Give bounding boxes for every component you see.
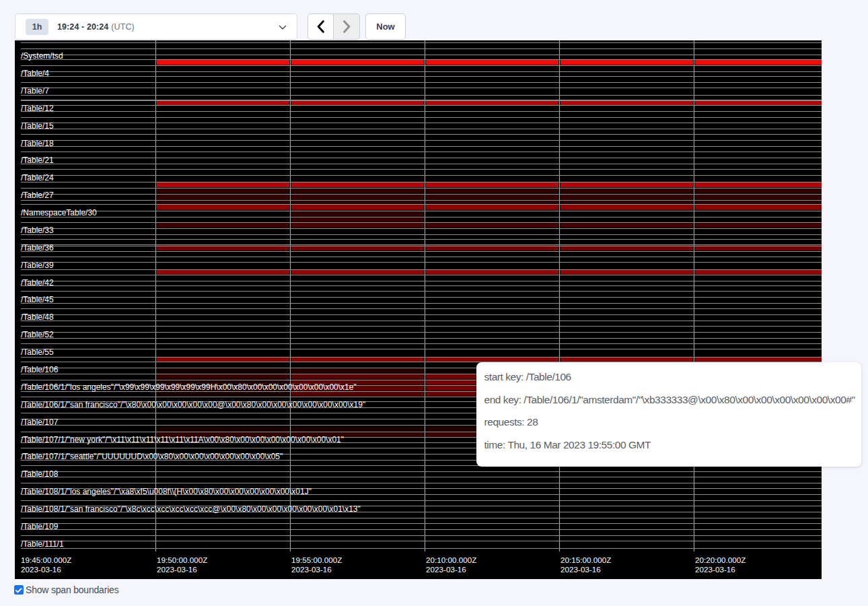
svg-text:/Table/36: /Table/36 [21, 243, 54, 252]
svg-text:/Table/106/1/"san francisco"/": /Table/106/1/"san francisco"/"\x80\x00\x… [21, 400, 365, 409]
svg-text:/Table/7: /Table/7 [21, 86, 49, 96]
svg-text:/Table/107/1/"new york"/"\x11\: /Table/107/1/"new york"/"\x11\x11\x11\x1… [21, 435, 344, 444]
svg-text:/Table/21: /Table/21 [21, 156, 54, 165]
svg-text:/NamespaceTable/30: /NamespaceTable/30 [21, 208, 97, 217]
svg-text:/Table/108: /Table/108 [21, 469, 59, 479]
svg-text:/Table/39: /Table/39 [21, 261, 54, 270]
svg-text:/Table/12: /Table/12 [21, 104, 54, 113]
svg-text:/Table/108/1/"los angeles"/"\x: /Table/108/1/"los angeles"/"\xa8\xf5\u00… [21, 487, 312, 496]
svg-text:/Table/55: /Table/55 [21, 347, 54, 357]
svg-text:/Table/106/1/"los angeles"/"\x: /Table/106/1/"los angeles"/"\x99\x99\x99… [21, 382, 357, 392]
svg-text:/Table/15: /Table/15 [21, 121, 54, 131]
svg-text:/Table/108/1/"san francisco"/": /Table/108/1/"san francisco"/"\x8c\xcc\x… [21, 504, 361, 514]
svg-text:2023-03-16: 2023-03-16 [291, 565, 332, 574]
svg-text:/Table/18: /Table/18 [21, 139, 54, 148]
svg-text:/Table/33: /Table/33 [21, 226, 54, 235]
svg-text:/Table/27: /Table/27 [21, 191, 54, 200]
svg-text:19:50:00.000Z: 19:50:00.000Z [157, 556, 207, 564]
svg-text:19:45:00.000Z: 19:45:00.000Z [21, 556, 71, 564]
svg-text:/Table/48: /Table/48 [21, 312, 54, 322]
svg-text:/System/tsd: /System/tsd [21, 51, 63, 61]
svg-text:19:55:00.000Z: 19:55:00.000Z [291, 556, 342, 564]
svg-text:20:20:00.000Z: 20:20:00.000Z [695, 556, 746, 564]
svg-text:2023-03-16: 2023-03-16 [560, 565, 601, 574]
svg-text:2023-03-16: 2023-03-16 [21, 565, 61, 574]
svg-text:/Table/109: /Table/109 [21, 522, 59, 531]
svg-text:2023-03-16: 2023-03-16 [695, 565, 735, 574]
svg-text:/Table/111/1: /Table/111/1 [21, 539, 64, 549]
svg-text:/Table/42: /Table/42 [21, 278, 54, 288]
svg-text:/Table/52: /Table/52 [21, 330, 54, 339]
svg-text:2023-03-16: 2023-03-16 [157, 565, 197, 574]
svg-text:/Table/106: /Table/106 [21, 365, 59, 374]
svg-text:/Table/4: /Table/4 [21, 69, 49, 78]
svg-text:/Table/24: /Table/24 [21, 173, 54, 182]
svg-text:2023-03-16: 2023-03-16 [426, 565, 466, 574]
svg-text:20:15:00.000Z: 20:15:00.000Z [560, 556, 611, 564]
svg-text:/Table/107: /Table/107 [21, 417, 59, 427]
svg-text:/Table/45: /Table/45 [21, 295, 54, 304]
svg-text:/Table/107/1/"seattle"/"UUUUUU: /Table/107/1/"seattle"/"UUUUUUD\x00\x80\… [21, 452, 283, 461]
svg-text:20:10:00.000Z: 20:10:00.000Z [426, 556, 476, 564]
